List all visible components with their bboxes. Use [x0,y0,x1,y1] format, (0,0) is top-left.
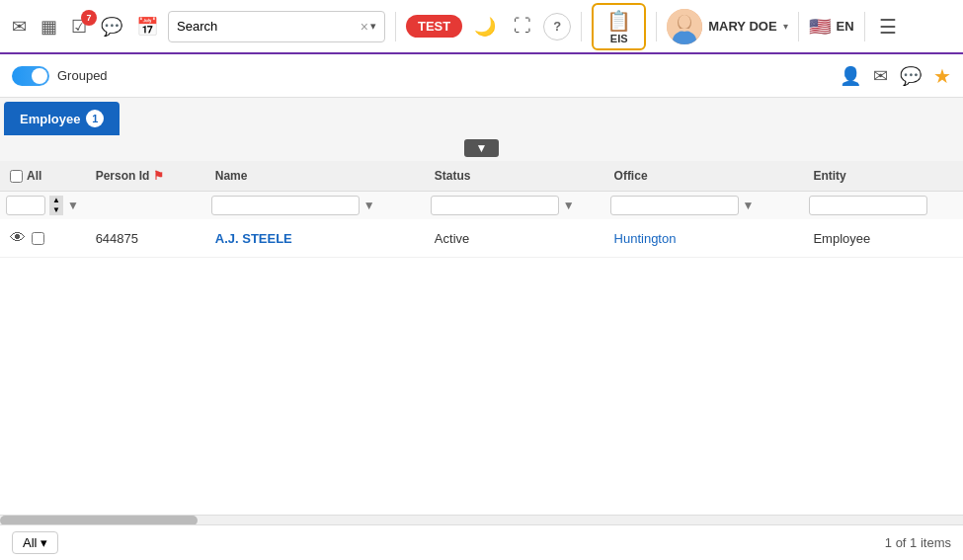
col-header-office: Office [604,161,804,192]
filter-status-input[interactable] [431,196,559,215]
eis-icon: 📋 [606,9,631,33]
col-status-label: Status [435,169,471,183]
col-personid-label: Person Id [96,169,150,183]
calendar-icon[interactable]: 📅 [132,12,162,41]
spinner-buttons: ▲ ▼ [49,196,63,215]
filter-office-icon[interactable]: ▼ [743,199,755,212]
row-checkbox[interactable] [32,232,44,245]
tasks-badge-wrapper: ☑ 7 [67,16,91,38]
row-personid: 644875 [86,219,205,258]
row-office-link[interactable]: Huntington [614,231,677,246]
language-label[interactable]: EN [837,19,854,34]
filter-row: ▲ ▼ ▼ ▼ ▼ [0,192,963,220]
all-label: All [23,535,37,550]
grouped-toggle[interactable] [12,66,49,86]
search-input[interactable] [177,19,359,34]
horizontal-scrollbar[interactable] [0,515,963,524]
filter-cell-check: ▲ ▼ ▼ [0,192,86,220]
employee-table: All Person Id ⚑ Name Status Office [0,161,963,258]
col-header-personid: Person Id ⚑ [86,161,205,192]
bottom-bar: All ▾ 1 of 1 items [0,524,963,560]
col-entity-label: Entity [813,169,845,183]
filter-name-icon[interactable]: ▼ [363,199,375,212]
help-button[interactable]: ? [543,13,571,40]
chat-action-icon[interactable]: 💬 [900,65,922,87]
row-status: Active [425,219,604,258]
spin-down-button[interactable]: ▼ [49,205,63,215]
eis-button[interactable]: 📋 EIS [592,3,646,50]
row-office: Huntington [604,219,804,258]
row-eye-icon[interactable]: 👁 [10,229,26,247]
second-bar: Grouped 👤 ✉ 💬 ★ [0,54,963,98]
mail-icon[interactable]: ✉ [8,12,31,41]
search-bar: × ▾ [168,11,385,42]
toggle-section: Grouped [12,66,108,86]
toggle-knob [32,68,47,84]
table-container: All Person Id ⚑ Name Status Office [0,161,963,515]
expand-button[interactable]: ⛶ [508,12,537,40]
filter-cell-office: ▼ [604,192,804,220]
filter-personid-icon[interactable]: ▼ [67,199,79,212]
personid-sort-icon[interactable]: ⚑ [153,169,164,183]
col-header-status: Status [425,161,604,192]
col-all-label: All [27,169,41,183]
table-row: 👁 644875 A.J. STEELE Active Huntington E… [0,219,963,258]
user-chevron-icon: ▾ [783,21,788,32]
action-icons: 👤 ✉ 💬 ★ [840,64,951,88]
top-navigation: ✉ ▦ ☑ 7 💬 📅 × ▾ TEST 🌙 ⛶ ? 📋 EIS MARY DO… [0,0,963,54]
row-name: A.J. STEELE [205,219,425,258]
tab-employee-label: Employee [20,112,80,126]
col-header-check: All [0,161,86,192]
filter-cell-personid [86,192,205,220]
all-chevron-icon: ▾ [40,535,47,550]
filter-cell-entity [803,192,963,220]
filter-personid-number[interactable] [6,196,45,215]
person-action-icon[interactable]: 👤 [840,65,861,87]
nav-divider-3 [656,12,657,41]
filter-cell-name: ▼ [205,192,425,220]
chat-icon[interactable]: 💬 [97,12,126,41]
filter-name-input[interactable] [211,196,360,215]
grid-icon[interactable]: ▦ [37,12,61,41]
tasks-badge: 7 [81,10,97,26]
avatar [667,9,702,44]
user-name: MARY DOE [708,19,776,34]
grouped-label: Grouped [57,68,108,83]
col-office-label: Office [614,169,648,183]
row-entity: Employee [803,219,963,258]
nav-divider-5 [864,12,865,41]
all-button[interactable]: All ▾ [12,531,58,554]
tab-employee-badge: 1 [86,110,104,127]
pagination-info: 1 of 1 items [885,535,951,550]
row-eye-cell: 👁 [0,219,86,258]
search-dropdown-button[interactable]: ▾ [370,20,376,33]
star-action-icon[interactable]: ★ [933,64,951,88]
table-header-row: All Person Id ⚑ Name Status Office [0,161,963,192]
nav-divider-1 [395,12,396,41]
filter-office-input[interactable] [610,196,739,215]
svg-point-3 [679,15,690,29]
nav-divider-4 [798,12,799,41]
hamburger-menu-icon[interactable]: ☰ [875,11,901,42]
filter-entity-input[interactable] [809,196,927,215]
test-badge[interactable]: TEST [406,15,462,38]
eis-label: EIS [610,33,628,44]
select-all-checkbox[interactable] [10,170,23,183]
filter-status-icon[interactable]: ▼ [563,199,575,212]
collapse-bar: ▼ [0,135,963,161]
spin-up-button[interactable]: ▲ [49,196,63,205]
user-section[interactable]: MARY DOE ▾ [667,9,787,44]
tab-employee[interactable]: Employee 1 [4,102,120,135]
col-header-name: Name [205,161,425,192]
filter-cell-status: ▼ [425,192,604,220]
flag-icon: 🇺🇸 [809,16,831,38]
nav-divider-2 [581,12,582,41]
col-header-entity: Entity [803,161,963,192]
dark-mode-button[interactable]: 🌙 [468,12,502,41]
collapse-button[interactable]: ▼ [464,139,500,157]
col-name-label: Name [215,169,248,183]
row-name-link[interactable]: A.J. STEELE [215,231,292,246]
tabs-bar: Employee 1 [0,98,963,135]
search-clear-button[interactable]: × [359,19,370,35]
mail-action-icon[interactable]: ✉ [873,65,888,87]
